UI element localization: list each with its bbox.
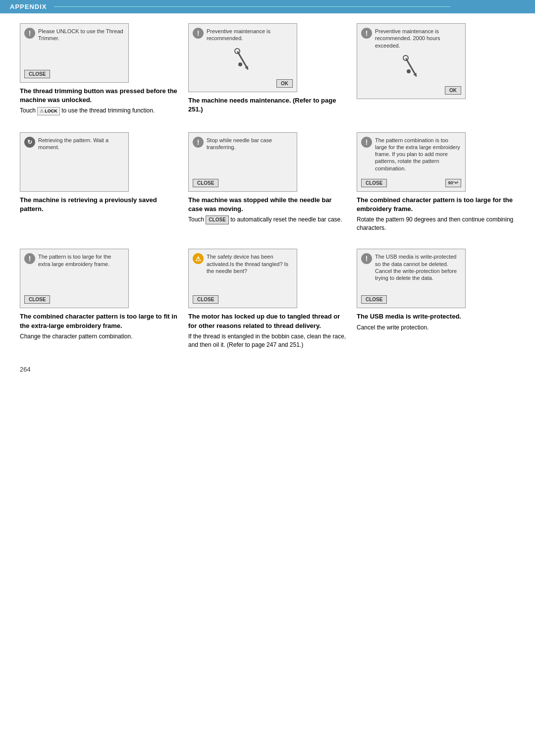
dialog-1-2-image	[193, 45, 293, 76]
dialog-2-3-header: ! The pattern combination is too large f…	[361, 137, 461, 172]
exclamation-icon-2-3: !	[361, 137, 372, 148]
dialog-2-2: ! Stop while needle bar case transferrin…	[188, 132, 297, 192]
cell-1-1: ! Please UNLOCK to use the Thread Trimme…	[20, 23, 178, 117]
rotate-90-button-2-3[interactable]: 90°↵	[445, 179, 461, 187]
dialog-1-1-text: Please UNLOCK to use the Thread Trimmer.	[38, 28, 124, 42]
exclamation-icon-1-2: !	[193, 28, 204, 39]
caption-bold-1-1: The thread trimming button was pressed b…	[20, 87, 178, 105]
cell-1-2: ! Preventive maintenance is recommended.	[188, 23, 347, 116]
caption-bold-2-1: The machine is retrieving a previously s…	[20, 196, 178, 214]
close-button-1-1[interactable]: CLOSE	[24, 70, 50, 78]
svg-point-5	[402, 54, 409, 61]
exclamation-icon-3-3: !	[361, 253, 372, 264]
dialog-2-3-footer: CLOSE 90°↵	[361, 176, 461, 187]
row-2: ↻ Retrieving the pattern. Wait a moment.…	[20, 132, 515, 234]
svg-point-1	[234, 48, 241, 54]
dialog-3-3-text: The USB media is write-protected so the …	[375, 253, 461, 281]
dialog-1-3-header: ! Preventive maintenance is recommended.…	[361, 28, 461, 49]
dialog-2-2-footer: CLOSE	[193, 176, 293, 187]
dialog-3-1: ! The pattern is too large for the extra…	[20, 249, 129, 308]
dialog-2-3: ! The pattern combination is too large f…	[357, 132, 466, 192]
caption-bold-3-2: The motor has locked up due to tangled t…	[188, 312, 347, 330]
warning-icon-3-2: ⚠	[193, 253, 204, 264]
scissors-svg-1-2	[225, 47, 260, 74]
caption-normal-1-1: Touch ⚠ LOCK to use the thread trimming …	[20, 107, 155, 115]
exclamation-icon-1-3: !	[361, 28, 372, 39]
svg-line-0	[238, 52, 248, 69]
dialog-2-1-text: Retrieving the pattern. Wait a moment.	[38, 137, 124, 151]
svg-line-4	[406, 59, 416, 76]
caption-bold-2-3: The combined character pattern is too la…	[357, 196, 515, 214]
scissors-svg-1-3	[394, 54, 428, 81]
dialog-1-1-footer: CLOSE	[24, 67, 124, 78]
dialog-1-2: ! Preventive maintenance is recommended.	[188, 23, 297, 92]
dialog-3-1-footer: CLOSE	[24, 292, 124, 304]
dialog-1-1-header: ! Please UNLOCK to use the Thread Trimme…	[24, 28, 124, 42]
caption-bold-3-3: The USB media is write-protected.	[357, 312, 461, 321]
transfer-icon-2-1: ↻	[24, 137, 35, 148]
cell-3-1: ! The pattern is too large for the extra…	[20, 249, 178, 342]
dialog-1-3-text: Preventive maintenance is recommended. 2…	[375, 28, 461, 49]
cell-1-3: ! Preventive maintenance is recommended.…	[357, 23, 515, 103]
dialog-2-3-text: The pattern combination is too large for…	[375, 137, 461, 172]
svg-point-3	[238, 62, 242, 66]
close-button-2-3[interactable]: CLOSE	[361, 179, 387, 187]
header-bar: APPENDIX	[0, 0, 535, 13]
exclamation-icon-1-1: !	[24, 28, 35, 39]
cell-3-3: ! The USB media is write-protected so th…	[357, 249, 515, 333]
cell-3-2: ⚠ The safety device has been activated.I…	[188, 249, 347, 351]
cell-2-2: ! Stop while needle bar case transferrin…	[188, 132, 347, 226]
dialog-2-2-header: ! Stop while needle bar case transferrin…	[193, 137, 293, 151]
cell-2-1: ↻ Retrieving the pattern. Wait a moment.…	[20, 132, 178, 216]
svg-point-7	[407, 69, 411, 73]
caption-bold-3-1: The combined character pattern is too la…	[20, 312, 178, 330]
dialog-2-1: ↻ Retrieving the pattern. Wait a moment.	[20, 132, 129, 192]
page-number: 264	[20, 366, 515, 373]
cell-2-3: ! The pattern combination is too large f…	[357, 132, 515, 234]
caption-normal-2-2: Touch CLOSE to automatically reset the n…	[188, 216, 342, 224]
dialog-3-1-text: The pattern is too large for the extra l…	[38, 253, 124, 268]
dialog-2-2-text: Stop while needle bar case transferring.	[207, 137, 293, 151]
dialog-3-3-header: ! The USB media is write-protected so th…	[361, 253, 461, 281]
ok-button-1-3[interactable]: OK	[445, 86, 461, 95]
close-button-3-1[interactable]: CLOSE	[24, 295, 50, 304]
dialog-3-2-text: The safety device has been activated.Is …	[207, 253, 293, 274]
dialog-1-2-header: ! Preventive maintenance is recommended.	[193, 28, 293, 42]
lock-inline-icon: ⚠ LOCK	[37, 107, 60, 115]
ok-button-1-2[interactable]: OK	[276, 79, 293, 88]
dialog-2-1-header: ↻ Retrieving the pattern. Wait a moment.	[24, 137, 124, 151]
caption-bold-1-2: The machine needs maintenance. (Refer to…	[188, 96, 347, 114]
exclamation-icon-2-2: !	[193, 137, 204, 148]
caption-normal-3-3: Cancel the write protection.	[357, 324, 428, 332]
close-button-2-2[interactable]: CLOSE	[193, 179, 218, 187]
caption-normal-3-1: Change the character pattern combination…	[20, 332, 132, 341]
caption-bold-2-2: The machine was stopped while the needle…	[188, 196, 347, 214]
dialog-1-2-footer: OK	[193, 76, 293, 88]
dialog-1-2-text: Preventive maintenance is recommended.	[207, 28, 293, 42]
caption-normal-2-3: Rotate the pattern 90 degrees and then c…	[357, 216, 515, 232]
main-content: ! Please UNLOCK to use the Thread Trimme…	[0, 13, 535, 393]
close-button-3-2[interactable]: CLOSE	[193, 295, 218, 304]
dialog-3-3-footer: CLOSE	[361, 292, 461, 304]
dialog-3-1-header: ! The pattern is too large for the extra…	[24, 253, 124, 268]
caption-normal-3-2: If the thread is entangled in the bobbin…	[188, 332, 347, 349]
dialog-1-3: ! Preventive maintenance is recommended.…	[357, 23, 466, 99]
dialog-3-2-footer: CLOSE	[193, 292, 293, 304]
dialog-1-3-image	[361, 52, 461, 83]
exclamation-icon-3-1: !	[24, 253, 35, 264]
dialog-3-3: ! The USB media is write-protected so th…	[357, 249, 466, 308]
close-button-3-3[interactable]: CLOSE	[361, 295, 387, 304]
dialog-3-2-header: ⚠ The safety device has been activated.I…	[193, 253, 293, 274]
dialog-3-2: ⚠ The safety device has been activated.I…	[188, 249, 297, 308]
dialog-1-3-footer: OK	[361, 83, 461, 95]
row-3: ! The pattern is too large for the extra…	[20, 249, 515, 351]
row-1: ! Please UNLOCK to use the Thread Trimme…	[20, 23, 515, 117]
header-label: APPENDIX	[10, 3, 47, 10]
close-inline-btn-2-2: CLOSE	[206, 216, 228, 224]
dialog-1-1: ! Please UNLOCK to use the Thread Trimme…	[20, 23, 129, 83]
